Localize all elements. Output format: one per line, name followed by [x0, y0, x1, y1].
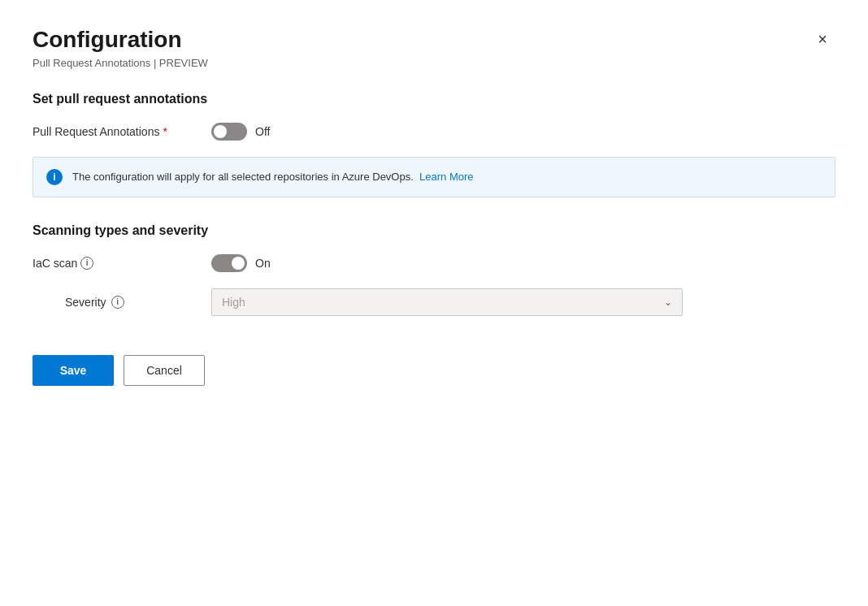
section1: Set pull request annotations Pull Reques…	[33, 92, 835, 197]
pull-request-toggle-container: Off	[211, 123, 270, 141]
pull-request-annotations-label: Pull Request Annotations *	[33, 125, 211, 138]
iac-scan-label: IaC scan i	[33, 257, 211, 270]
severity-dropdown-box[interactable]: High ⌄	[211, 288, 683, 316]
info-icon: i	[46, 169, 63, 185]
chevron-down-icon: ⌄	[664, 297, 672, 308]
info-banner: i The configuration will apply for all s…	[33, 157, 835, 197]
info-banner-text: The configuration will apply for all sel…	[72, 171, 474, 183]
dialog-subtitle: Pull Request Annotations | PREVIEW	[33, 57, 208, 69]
iac-scan-row: IaC scan i On	[33, 254, 835, 272]
cancel-button[interactable]: Cancel	[124, 355, 205, 386]
save-button[interactable]: Save	[33, 355, 114, 386]
section1-title: Set pull request annotations	[33, 92, 835, 106]
iac-scan-info-icon[interactable]: i	[80, 257, 93, 270]
severity-selected-value: High	[222, 296, 245, 309]
pull-request-annotations-row: Pull Request Annotations * Off	[33, 123, 835, 141]
severity-row: Severity i High ⌄	[33, 288, 835, 316]
title-block: Configuration Pull Request Annotations |…	[33, 26, 208, 69]
pull-request-toggle[interactable]	[211, 123, 247, 141]
section2: Scanning types and severity IaC scan i O…	[33, 223, 835, 316]
toggle-thumb-off	[214, 125, 227, 138]
iac-scan-toggle-container: On	[211, 254, 271, 272]
footer-actions: Save Cancel	[33, 355, 835, 386]
required-indicator: *	[163, 125, 167, 138]
dialog-header: Configuration Pull Request Annotations |…	[33, 26, 835, 69]
severity-info-icon[interactable]: i	[111, 296, 124, 309]
severity-dropdown[interactable]: High ⌄	[211, 288, 683, 316]
learn-more-link[interactable]: Learn More	[419, 171, 473, 183]
configuration-dialog: Configuration Pull Request Annotations |…	[0, 0, 868, 606]
toggle-thumb-on	[232, 257, 245, 270]
toggle-track-on	[211, 254, 247, 272]
iac-scan-toggle-label: On	[255, 257, 271, 270]
toggle-track-off	[211, 123, 247, 141]
dialog-title: Configuration	[33, 26, 208, 54]
close-button[interactable]: ×	[809, 26, 835, 52]
section2-title: Scanning types and severity	[33, 223, 835, 238]
iac-scan-toggle[interactable]	[211, 254, 247, 272]
pull-request-toggle-label: Off	[255, 125, 270, 138]
severity-label: Severity i	[33, 296, 211, 309]
